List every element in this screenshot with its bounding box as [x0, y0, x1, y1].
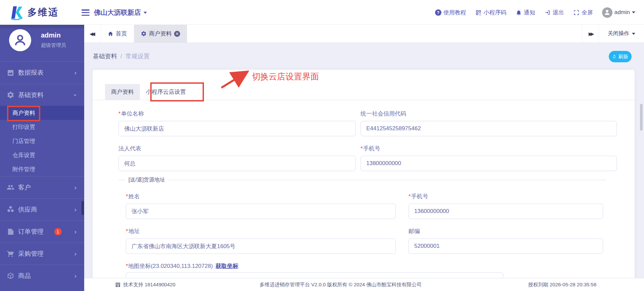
sidebar-item-label: 商品: [18, 272, 31, 280]
sidebar-item-purchase-management[interactable]: 采购管理 ›: [0, 242, 84, 265]
field-contact-phone: 手机号: [409, 193, 603, 219]
address-input[interactable]: [126, 238, 396, 254]
sidebar-subitem-merchant-info[interactable]: 商户资料: [0, 106, 84, 120]
tab-home[interactable]: 首页: [101, 25, 134, 43]
user-menu[interactable]: admin: [602, 7, 635, 18]
help-tutorial-button[interactable]: ? 使用教程: [435, 9, 466, 16]
close-tab-icon[interactable]: ✕: [174, 31, 180, 37]
footer-license: 授权到期 2026-05-28 20:35:58: [528, 278, 596, 291]
sidebar-item-label: 数据报表: [18, 68, 44, 77]
tabs-scroll-left-button[interactable]: ◀◀: [84, 25, 101, 43]
page-tabbar: ◀◀ 首页 商户资料 ✕ ▶▶ 关闭操作: [84, 25, 644, 43]
sidebar-item-label: 供应商: [18, 205, 37, 214]
field-label: 姓名: [126, 193, 396, 200]
header-nav: ? 使用教程 小程序码 通知 退出 全屏: [435, 0, 635, 25]
contact-name-input[interactable]: [126, 204, 396, 219]
qrcode-icon: [475, 9, 482, 16]
bell-icon: [516, 9, 522, 16]
sidebar-username: admin: [41, 31, 61, 39]
field-company-name: 单位名称: [118, 110, 356, 136]
orders-icon: [7, 228, 14, 235]
fullscreen-label: 全屏: [582, 9, 593, 16]
sidebar-subitem-label: 打印设置: [12, 123, 35, 131]
app-root: 多维适 佛山大沥联新店 ? 使用教程 小程序码 通知 退出: [0, 0, 644, 291]
sidebar-subitem-warehouse-settings[interactable]: 仓库设置: [0, 148, 84, 162]
sidebar-item-order-management[interactable]: 订单管理 1 ›: [0, 220, 84, 242]
avatar: [602, 7, 612, 18]
breadcrumb-parent[interactable]: 基础资料: [93, 53, 117, 60]
chevron-down-icon: [632, 11, 635, 13]
sidebar-subitem-store-management[interactable]: 门店管理: [0, 134, 84, 148]
field-phone: 手机号: [361, 145, 617, 171]
sidebar-item-suppliers[interactable]: 供应商 ›: [0, 198, 84, 220]
phone-input[interactable]: [361, 156, 617, 171]
question-icon: ?: [435, 9, 441, 16]
sidebar-item-basic-data[interactable]: 基础资料 ›: [0, 84, 84, 106]
chevron-down-icon: [632, 33, 635, 35]
license-expiry-label: 授权到期 2026-05-28 20:35:58: [528, 282, 596, 288]
cart-icon: [7, 250, 14, 258]
sidebar-subitem-label: 仓库设置: [12, 151, 35, 159]
copyright-label: 多维适进销存管理平台 V2.0.0 版权所有 © 2024 佛山市酷宝科技有限公…: [260, 282, 422, 288]
logout-icon: [544, 9, 551, 16]
get-coordinates-link[interactable]: 获取坐标: [216, 263, 238, 269]
sidebar-item-data-reports[interactable]: 数据报表 ›: [0, 62, 84, 84]
legal-representative-input[interactable]: [118, 156, 356, 171]
field-label: 单位名称: [118, 110, 356, 118]
sidebar-subitem-label: 商户资料: [12, 109, 35, 117]
chevron-right-icon: ›: [74, 273, 77, 279]
chevron-right-icon: ›: [74, 69, 77, 76]
fullscreen-button[interactable]: 全屏: [573, 9, 593, 16]
field-postcode: 邮编: [409, 227, 603, 254]
store-selector[interactable]: 佛山大沥联新店: [94, 8, 147, 17]
logo-text: 多维适: [28, 6, 59, 19]
help-label: 使用教程: [443, 9, 466, 16]
main-content: 基础资料/常规设置 刷新 商户资料 小程序云店设置 单位名称: [84, 43, 644, 278]
users-icon: [7, 184, 14, 191]
gear-icon: [141, 31, 147, 37]
top-header: 多维适 佛山大沥联新店 ? 使用教程 小程序码 通知 退出: [0, 0, 644, 25]
sidebar-item-label: 采购管理: [18, 249, 44, 258]
gear-icon: [7, 91, 14, 99]
map-coordinates-input[interactable]: [126, 272, 503, 278]
footer-copyright: 多维适进销存管理平台 V2.0.0 版权所有 © 2024 佛山市酷宝科技有限公…: [84, 278, 597, 291]
sidebar-subitem-label: 门店管理: [12, 137, 35, 145]
qrcode-label: 小程序码: [484, 9, 506, 16]
refresh-icon: [612, 54, 617, 59]
sidebar: admin 超级管理员 数据报表 › 基础资料 › 商户资料 打印设置 门店管理…: [0, 25, 84, 291]
user-avatar[interactable]: [9, 29, 31, 51]
field-label: 邮编: [409, 227, 603, 235]
tab-merchant-info[interactable]: 商户资料 ✕: [134, 25, 187, 43]
card-tab-merchant-info[interactable]: 商户资料: [105, 84, 140, 100]
sidebar-item-label: 订单管理: [18, 227, 44, 236]
chevron-down-icon: [144, 12, 147, 14]
sidebar-scrollbar-thumb[interactable]: [82, 201, 84, 215]
tab-label: 首页: [116, 30, 127, 38]
field-label: 地址: [126, 227, 396, 235]
logout-button[interactable]: 退出: [544, 9, 564, 16]
card-tab-miniprogram-cloud-store[interactable]: 小程序云店设置: [140, 84, 192, 100]
field-label: 法人代表: [118, 145, 356, 152]
postcode-input[interactable]: [409, 238, 603, 254]
page-scrollbar-thumb[interactable]: [640, 104, 643, 131]
hamburger-menu-icon[interactable]: [82, 9, 90, 16]
field-label: 统一社会信用代码: [361, 110, 617, 118]
notification-button[interactable]: 通知: [516, 9, 535, 16]
contact-phone-input[interactable]: [409, 204, 603, 219]
person-outline-icon: [13, 33, 27, 47]
refresh-button[interactable]: 刷新: [609, 51, 632, 62]
sidebar-subitem-attachment-management[interactable]: 附件管理: [0, 162, 84, 176]
company-name-input[interactable]: [118, 121, 356, 136]
close-operations-dropdown[interactable]: 关闭操作: [599, 25, 644, 43]
footer: 技术支持 18144900420 多维适进销存管理平台 V2.0.0 版权所有 …: [84, 278, 644, 291]
sidebar-subitem-print-settings[interactable]: 打印设置: [0, 120, 84, 134]
sidebar-item-goods[interactable]: 商品 ›: [0, 265, 84, 287]
credit-code-input[interactable]: [361, 121, 617, 136]
fieldset-legend: [送/退]货源地址: [125, 176, 168, 184]
logout-label: 退出: [553, 9, 564, 16]
sidebar-item-label: 客户: [18, 183, 31, 192]
field-contact-name: 姓名: [126, 193, 396, 219]
sidebar-item-customers[interactable]: 客户 ›: [0, 176, 84, 198]
tabs-scroll-right-button[interactable]: ▶▶: [582, 25, 599, 43]
miniprogram-qrcode-button[interactable]: 小程序码: [475, 9, 506, 16]
